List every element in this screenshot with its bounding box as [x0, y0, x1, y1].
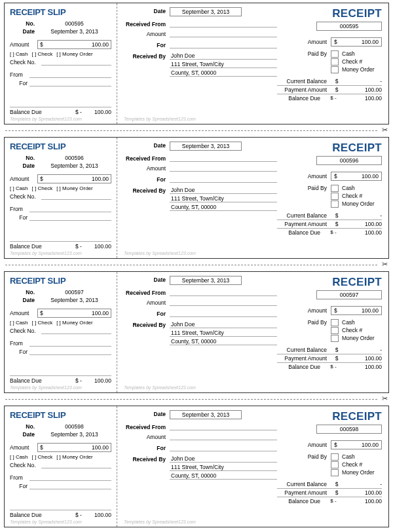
paidby-check-label: Check #	[342, 461, 382, 468]
slip-title: RECEIPT SLIP	[10, 410, 111, 420]
main-for-label: For	[124, 41, 170, 48]
slip-amount-label: Amount	[10, 41, 37, 48]
slip-check-checkbox: [ ] Check	[32, 454, 53, 460]
cur-sym2: $	[331, 78, 343, 85]
payamt-label: Payment Amount	[277, 86, 331, 93]
baldue-value: 100.00	[343, 95, 382, 102]
curbal-label: Current Balance	[277, 481, 331, 487]
main-recby-value: John Doe	[170, 52, 277, 60]
main-date-label: Date	[124, 7, 170, 14]
current-balance-row: Current Balance $ -	[277, 480, 382, 488]
paidby-mo-checkbox	[331, 469, 339, 476]
main-recfrom-field	[170, 20, 277, 28]
baldue-label: Balance Due	[277, 498, 324, 504]
slip-balance-dash: $ -	[75, 377, 88, 384]
slip-amount-label: Amount	[10, 176, 37, 182]
slip-cash-checkbox: [ ] Cash	[10, 185, 28, 191]
slip-no-label: No.	[10, 20, 37, 27]
baldue-label: Balance Due	[277, 229, 324, 236]
slip-cash-checkbox: [ ] Cash	[10, 320, 28, 326]
slip-no-label: No.	[10, 155, 37, 161]
slip-balance-dash: $ -	[75, 512, 88, 518]
slip-from-field	[29, 474, 111, 481]
slip-title: RECEIPT SLIP	[10, 7, 111, 17]
curbal-value: -	[343, 481, 382, 487]
slip-mo-checkbox: [ ] Money Order	[56, 185, 93, 191]
main-amount-r-box: $ 100.00	[331, 440, 382, 449]
slip-for-label: For	[10, 214, 29, 221]
main-recby-value: John Doe	[170, 321, 277, 328]
main-recby-label: Received By	[124, 52, 170, 60]
currency-symbol: $	[40, 310, 48, 316]
main-footer: Templates by Spreadsheet123.com	[124, 520, 382, 524]
paidby-grid: Cash Check # Money Order	[331, 185, 382, 208]
main-for-field	[170, 444, 277, 451]
currency-symbol: $	[40, 176, 48, 182]
slip-pay-method: [ ] Cash [ ] Check [ ] Money Order	[10, 185, 111, 191]
main-addr2: County, ST, 00000	[170, 69, 277, 77]
slip-from-label: From	[10, 340, 29, 347]
main-amount-label: Amount	[124, 433, 170, 440]
slip-footer: Templates by Spreadsheet123.com	[10, 251, 111, 256]
slip-balance-label: Balance Due	[10, 512, 42, 518]
receipt-title: RECEIPT	[277, 276, 382, 289]
baldue-dash: $ -	[324, 95, 343, 102]
slip-date-label: Date	[10, 431, 37, 438]
paidby-cash-label: Cash	[342, 453, 382, 461]
slip-amount-value: 100.00	[48, 176, 109, 182]
payamt-value: 100.00	[343, 489, 382, 496]
slip-from-label: From	[10, 474, 29, 481]
slip-balance-value: 100.00	[88, 377, 111, 384]
baldue-dash: $ -	[324, 229, 343, 236]
baldue-value: 100.00	[343, 498, 382, 504]
slip-balance-row: Balance Due $ - 100.00	[10, 241, 111, 250]
main-addr1: 111 Street, Town/City	[170, 195, 277, 202]
paidby-label: Paid By	[277, 185, 331, 191]
main-for-field	[170, 310, 277, 317]
main-date-value: September 3, 2013	[170, 142, 242, 151]
baldue-value: 100.00	[343, 364, 382, 370]
slip-checkno-field	[41, 461, 111, 468]
main-amount-r-box: $ 100.00	[331, 306, 382, 315]
slip-amount-box: $ 100.00	[37, 174, 111, 183]
slip-pay-method: [ ] Cash [ ] Check [ ] Money Order	[10, 320, 111, 326]
slip-balance-label: Balance Due	[10, 377, 42, 384]
slip-checkno-label: Check No.	[10, 193, 41, 200]
main-amount-r-box: $ 100.00	[331, 37, 382, 47]
main-recby-label: Received By	[124, 455, 170, 463]
slip-mo-checkbox: [ ] Money Order	[56, 454, 93, 460]
payamt-label: Payment Amount	[277, 221, 331, 227]
slip-from-field	[29, 205, 111, 212]
slip-for-label: For	[10, 80, 29, 86]
paidby-cash-checkbox	[331, 185, 339, 192]
cut-line: ✂	[0, 260, 393, 269]
receipt-block: RECEIPT SLIP No. 000597 Date September 3…	[4, 271, 389, 393]
slip-footer: Templates by Spreadsheet123.com	[10, 385, 111, 390]
paidby-check-checkbox	[331, 58, 339, 66]
slip-pay-method: [ ] Cash [ ] Check [ ] Money Order	[10, 51, 111, 57]
slip-amount-box: $ 100.00	[37, 40, 111, 49]
main-amount-field	[170, 30, 277, 37]
main-amount-r-value: 100.00	[341, 307, 379, 314]
receipt-block: RECEIPT SLIP No. 000596 Date September 3…	[4, 137, 389, 259]
cut-line: ✂	[0, 126, 393, 134]
paidby-check-label: Check #	[342, 193, 382, 200]
current-balance-row: Current Balance $ -	[277, 77, 382, 85]
main-amount-r-box: $ 100.00	[331, 172, 382, 181]
paidby-label: Paid By	[277, 50, 331, 57]
paidby-mo-checkbox	[331, 66, 339, 73]
main-addr2: County, ST, 00000	[170, 338, 277, 345]
balance-due-row: Balance Due $ - 100.00	[277, 362, 382, 371]
slip-amount-value: 100.00	[48, 444, 109, 451]
main-recfrom-label: Received From	[124, 155, 170, 162]
main-recby-label: Received By	[124, 187, 170, 194]
slip-mo-checkbox: [ ] Money Order	[56, 320, 93, 326]
slip-amount-value: 100.00	[48, 41, 109, 48]
main-no-value: 000596	[316, 156, 382, 165]
main-footer: Templates by Spreadsheet123.com	[124, 385, 382, 390]
slip-for-label: For	[10, 483, 29, 489]
cut-line: ✂	[0, 394, 393, 403]
curbal-label: Current Balance	[277, 78, 331, 85]
slip-balance-value: 100.00	[88, 109, 111, 115]
slip-amount-label: Amount	[10, 310, 37, 316]
